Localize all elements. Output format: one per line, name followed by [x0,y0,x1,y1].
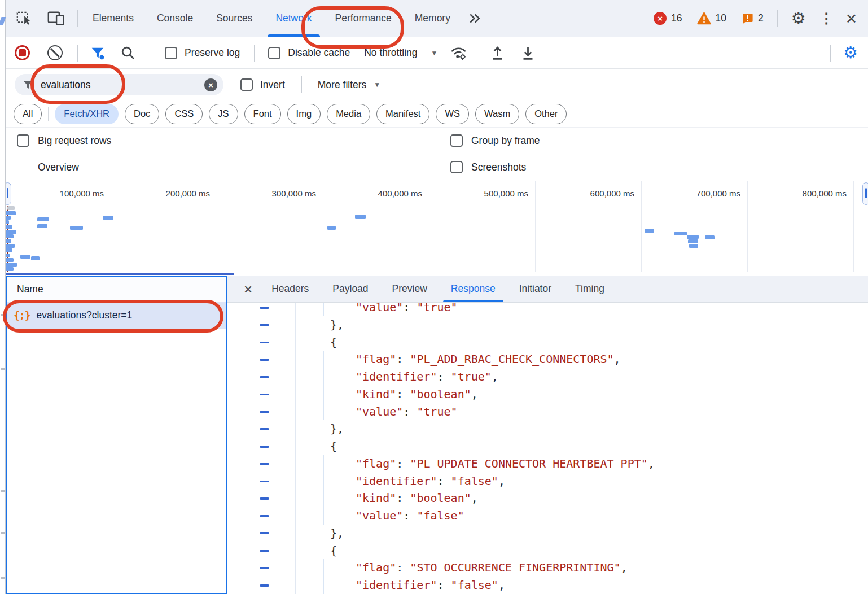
request-list: {;}evaluations?cluster=1 [7,302,226,329]
type-chip-font[interactable]: Font [244,104,281,124]
fold-marker-icon[interactable] [260,394,269,396]
indent-guide [323,490,324,507]
code-line: "flag": "STO_OCCURRENCE_FINGERPRINTING", [227,559,868,576]
fold-marker-icon[interactable] [260,550,269,552]
throttling-caret-icon[interactable]: ▼ [431,49,438,57]
fold-marker-icon[interactable] [260,324,269,326]
group-by-frame-checkbox[interactable] [450,134,463,147]
disable-cache-checkbox[interactable] [268,47,280,59]
request-timing-bar [688,239,698,243]
fold-marker-icon[interactable] [260,584,269,587]
detail-tab-payload[interactable]: Payload [332,276,368,302]
tab-memory[interactable]: Memory [415,0,450,37]
screenshots-checkbox[interactable] [450,161,463,173]
settings-gear-icon[interactable]: ⚙ [791,10,806,27]
record-network-log-icon[interactable] [15,45,30,60]
issues-badge[interactable]: 2 [741,12,764,25]
inspect-element-icon[interactable] [16,11,32,27]
more-filters-caret-icon[interactable]: ▼ [374,81,380,89]
code-line: "kind": "boolean", [227,490,868,507]
export-har-icon[interactable] [521,45,535,61]
request-timing-bar [20,255,30,259]
timeline-gridline [111,181,111,272]
timeline-gridline [535,181,536,272]
request-timing-bar [689,244,698,248]
more-panels-icon[interactable] [467,11,483,25]
detail-tab-headers[interactable]: Headers [271,276,309,302]
close-devtools-icon[interactable]: × [846,9,857,28]
fold-marker-icon[interactable] [260,567,269,569]
fold-marker-icon[interactable] [260,411,269,413]
request-timing-bar [6,248,12,252]
screenshots-label[interactable]: Screenshots [471,161,526,173]
name-column-header[interactable]: Name [7,277,226,302]
type-chip-doc[interactable]: Doc [125,104,159,124]
preserve-log-label[interactable]: Preserve log [185,47,240,59]
tab-elements[interactable]: Elements [93,0,134,37]
fold-marker-icon[interactable] [260,307,269,309]
network-settings-gear-icon[interactable]: ⚙ [843,45,858,61]
type-chip-css[interactable]: CSS [165,104,203,124]
group-by-frame-label[interactable]: Group by frame [471,135,540,147]
invert-label[interactable]: Invert [260,79,285,91]
preserve-log-checkbox[interactable] [165,47,177,59]
type-chip-all[interactable]: All [14,104,42,124]
network-overview-timeline[interactable]: 100,000 ms200,000 ms300,000 ms400,000 ms… [6,181,868,272]
request-row[interactable]: {;}evaluations?cluster=1 [7,302,226,329]
detail-tab-preview[interactable]: Preview [392,276,427,302]
fold-marker-icon[interactable] [260,532,269,535]
tab-console[interactable]: Console [157,0,193,37]
search-icon[interactable] [120,45,135,60]
detail-tab-initiator[interactable]: Initiator [519,276,551,302]
fold-marker-icon[interactable] [260,463,269,465]
kebab-menu-icon[interactable]: ⋮ [819,11,834,25]
fold-marker-icon[interactable] [260,515,269,517]
close-detail-icon[interactable]: × [244,282,252,296]
disable-cache-label[interactable]: Disable cache [288,47,350,59]
overview-left-handle[interactable] [6,182,11,205]
tab-network[interactable]: Network [275,0,312,37]
indent-guide [323,351,324,368]
response-json-code: "value": "true"},{"flag": "PL_ADD_RBAC_C… [227,303,868,594]
type-chip-other[interactable]: Other [525,104,567,124]
network-conditions-icon[interactable] [450,45,467,61]
big-request-rows-checkbox[interactable] [17,134,29,147]
invert-checkbox[interactable] [240,78,253,91]
tab-sources[interactable]: Sources [216,0,252,37]
type-chip-wasm[interactable]: Wasm [475,104,519,124]
type-chip-media[interactable]: Media [327,104,370,124]
fold-marker-icon[interactable] [260,376,269,378]
fold-marker-icon[interactable] [260,428,269,430]
import-har-icon[interactable] [490,45,505,61]
more-filters-button[interactable]: More filters [318,79,367,91]
type-chip-js[interactable]: JS [209,104,238,124]
error-badge[interactable]: × 16 [654,12,682,25]
type-chip-ws[interactable]: WS [436,104,469,124]
device-toolbar-icon[interactable] [47,11,65,26]
filter-input[interactable]: evaluations × [15,74,223,95]
filter-input-value[interactable]: evaluations [41,79,204,91]
type-chip-manifest[interactable]: Manifest [376,104,429,124]
clear-network-log-icon[interactable] [47,45,63,60]
type-chip-fetch-xhr[interactable]: Fetch/XHR [55,104,119,124]
indent-guide [323,455,324,473]
detail-tab-response[interactable]: Response [451,276,496,302]
type-chip-img[interactable]: Img [287,104,321,124]
overview-right-handle[interactable] [862,182,868,205]
filter-clear-icon[interactable]: × [204,78,217,91]
filter-funnel-icon[interactable] [90,46,105,60]
big-request-rows-label[interactable]: Big request rows [38,135,111,147]
detail-tab-timing[interactable]: Timing [575,276,604,302]
json-file-icon: {;} [14,309,30,321]
warning-badge[interactable]: 10 [697,12,726,25]
response-body-view[interactable]: "value": "true"},{"flag": "PL_ADD_RBAC_C… [227,303,868,594]
fold-marker-icon[interactable] [260,359,269,361]
tab-performance[interactable]: Performance [335,0,392,37]
throttling-select[interactable]: No throttling [364,47,417,59]
fold-marker-icon[interactable] [260,481,269,483]
fold-marker-icon[interactable] [260,342,269,344]
request-timing-bar [6,230,16,234]
overview-label[interactable]: Overview [38,161,79,173]
fold-marker-icon[interactable] [260,497,269,500]
fold-marker-icon[interactable] [260,446,269,448]
